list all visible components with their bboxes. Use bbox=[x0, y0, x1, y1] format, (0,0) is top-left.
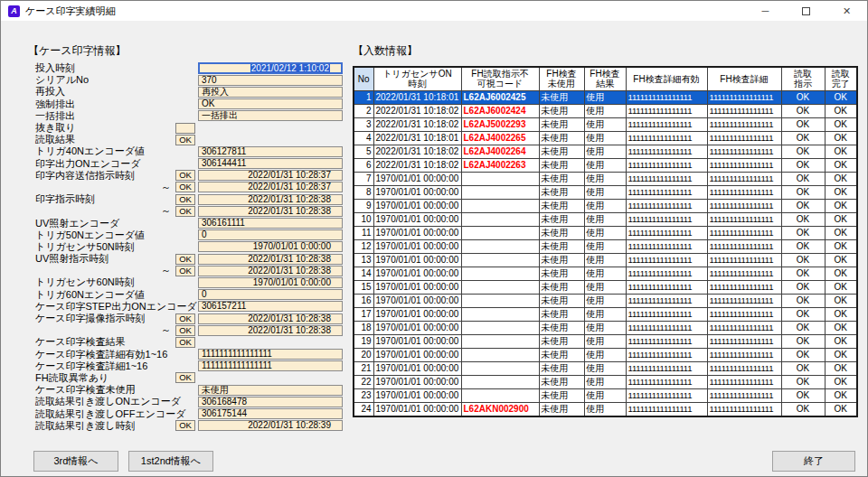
table-row[interactable]: 241970/01/01 00:00:00L62AKN002900未使用使用11… bbox=[354, 402, 857, 416]
cell-fh-result: 使用 bbox=[584, 158, 626, 172]
cell-fh-result: 使用 bbox=[584, 321, 626, 334]
cell-read-ok: OK bbox=[781, 226, 825, 239]
table-row[interactable]: 231970/01/01 00:00:00未使用使用11111111111111… bbox=[354, 388, 857, 402]
cell-fh-valid: 1111111111111111 bbox=[626, 212, 707, 226]
cell-read-ok: OK bbox=[781, 267, 825, 280]
field-value[interactable]: 306144411 bbox=[198, 158, 343, 169]
table-row[interactable]: 12022/01/31 10:18:01L62AJ6002425未使用使用111… bbox=[354, 90, 857, 104]
table-row[interactable]: 71970/01/01 00:00:00未使用使用111111111111111… bbox=[354, 172, 857, 185]
field-value[interactable]: 2022/01/31 10:28:38 bbox=[198, 254, 343, 265]
field-value[interactable]: 未使用 bbox=[198, 385, 343, 396]
field-row: ～OK2022/01/31 10:28:38 bbox=[35, 265, 346, 276]
field-value[interactable]: 2022/01/31 10:28:39 bbox=[198, 420, 343, 431]
table-body: 12022/01/31 10:18:01L62AJ6002425未使用使用111… bbox=[354, 90, 857, 416]
field-value[interactable]: 306161111 bbox=[198, 218, 343, 229]
table-row[interactable]: 191970/01/01 00:00:00未使用使用11111111111111… bbox=[354, 334, 857, 348]
table-row[interactable]: 121970/01/01 00:00:00未使用使用11111111111111… bbox=[354, 239, 857, 253]
minimize-button[interactable]: ─ bbox=[745, 1, 786, 21]
field-row: ケース印字STEP出力ONエンコーダ306157211 bbox=[35, 301, 346, 313]
field-value[interactable]: 2022/01/31 10:28:38 bbox=[198, 206, 343, 217]
table-row[interactable]: 91970/01/01 00:00:00未使用使用111111111111111… bbox=[354, 199, 857, 212]
field-value[interactable]: 一括排出 bbox=[198, 110, 343, 121]
field-value[interactable]: 2022/01/31 10:28:38 bbox=[198, 194, 343, 205]
to-1st2nd-info-button[interactable]: 1st2nd情報へ bbox=[128, 451, 213, 472]
table-row[interactable]: 161970/01/01 00:00:00未使用使用11111111111111… bbox=[354, 294, 857, 307]
cell-fh-detail: 1111111111111111 bbox=[707, 402, 781, 416]
range-tilde: ～ bbox=[155, 204, 175, 218]
cell-fh-unused: 未使用 bbox=[539, 90, 584, 104]
value-slot: 0 bbox=[198, 229, 346, 240]
cell-code: L62AKN002900 bbox=[461, 402, 539, 416]
cell-code bbox=[461, 253, 539, 267]
range-tilde: ～ bbox=[155, 181, 175, 194]
cell-time: 2022/01/31 10:18:02 bbox=[373, 158, 461, 172]
field-value[interactable]: 2021/02/12 1:10:02 bbox=[198, 62, 343, 74]
table-row[interactable]: 151970/01/01 00:00:00未使用使用11111111111111… bbox=[354, 280, 857, 294]
cell-time: 1970/01/01 00:00:00 bbox=[373, 348, 461, 361]
field-value[interactable]: 1111111111111111 bbox=[198, 349, 343, 360]
field-value[interactable]: 0 bbox=[198, 289, 343, 300]
field-value[interactable]: 1111111111111111 bbox=[198, 360, 343, 371]
table-row[interactable]: 101970/01/01 00:00:00未使用使用11111111111111… bbox=[354, 212, 857, 226]
to-3rd-info-button[interactable]: 3rd情報へ bbox=[33, 451, 118, 472]
exit-button[interactable]: 終了 bbox=[772, 451, 855, 472]
cell-no: 3 bbox=[354, 117, 373, 131]
field-value[interactable]: 2022/01/31 10:28:37 bbox=[198, 170, 343, 181]
table-row[interactable]: 22022/01/31 10:18:02L62AJ6002424未使用使用111… bbox=[354, 104, 857, 117]
maximize-button[interactable] bbox=[786, 1, 826, 21]
table-row[interactable]: 131970/01/01 00:00:00未使用使用11111111111111… bbox=[354, 253, 857, 267]
value-slot: 再投入 bbox=[198, 87, 346, 98]
cell-code bbox=[461, 212, 539, 226]
field-value[interactable]: 306157211 bbox=[198, 301, 343, 312]
field-value[interactable]: 306168478 bbox=[198, 397, 343, 407]
field-value[interactable]: 2022/01/31 10:28:38 bbox=[198, 313, 343, 324]
field-value[interactable]: 0 bbox=[198, 229, 343, 240]
cell-fh-detail: 1111111111111111 bbox=[707, 117, 781, 131]
table-row[interactable]: 52022/01/31 10:18:02L62AJ4002264未使用使用111… bbox=[354, 145, 857, 158]
field-value[interactable]: 2022/01/31 10:28:38 bbox=[198, 266, 343, 276]
field-value[interactable]: 2022/01/31 10:28:38 bbox=[198, 325, 343, 336]
table-row[interactable]: 181970/01/01 00:00:00未使用使用11111111111111… bbox=[354, 321, 857, 334]
field-value[interactable]: 306175144 bbox=[198, 408, 343, 419]
field-row: 再投入再投入 bbox=[35, 86, 346, 98]
field-value[interactable]: 306127811 bbox=[198, 146, 343, 157]
table-row[interactable]: 221970/01/01 00:00:00未使用使用11111111111111… bbox=[354, 375, 857, 388]
field-row: トリガセンサ60N時刻1970/01/01 0:00:00 bbox=[35, 276, 346, 288]
cell-no: 19 bbox=[354, 334, 373, 348]
cell-fh-valid: 1111111111111111 bbox=[626, 402, 707, 416]
field-value[interactable]: 再投入 bbox=[198, 87, 343, 98]
table-row[interactable]: 171970/01/01 00:00:00未使用使用11111111111111… bbox=[354, 307, 857, 321]
cell-no: 14 bbox=[354, 267, 373, 280]
table-row[interactable]: 81970/01/01 00:00:00未使用使用111111111111111… bbox=[354, 185, 857, 199]
table-row[interactable]: 111970/01/01 00:00:00未使用使用11111111111111… bbox=[354, 226, 857, 239]
cell-code bbox=[461, 375, 539, 388]
table-row[interactable]: 141970/01/01 00:00:00未使用使用11111111111111… bbox=[354, 267, 857, 280]
table-row[interactable]: 211970/01/01 00:00:00未使用使用11111111111111… bbox=[354, 361, 857, 375]
value-slot: 一括排出 bbox=[198, 110, 346, 121]
value-slot: 2021/02/12 1:10:02 bbox=[198, 62, 346, 74]
table-row[interactable]: 201970/01/01 00:00:00未使用使用11111111111111… bbox=[354, 348, 857, 361]
table-row[interactable]: 32022/01/31 10:18:02L62AJ5002293未使用使用111… bbox=[354, 117, 857, 131]
table-row[interactable]: 62022/01/31 10:18:02L62AJ4002263未使用使用111… bbox=[354, 158, 857, 172]
column-header: FH検査詳細有効 bbox=[626, 67, 707, 90]
cell-fh-valid: 1111111111111111 bbox=[626, 185, 707, 199]
table-row[interactable]: 42022/01/31 10:18:01L62AJ4002265未使用使用111… bbox=[354, 131, 857, 145]
cell-fh-unused: 未使用 bbox=[539, 104, 584, 117]
field-value[interactable]: 2022/01/31 10:28:37 bbox=[198, 182, 343, 192]
cell-no: 23 bbox=[354, 388, 373, 402]
cell-time: 1970/01/01 00:00:00 bbox=[373, 253, 461, 267]
cell-read-ok: OK bbox=[781, 361, 825, 375]
field-value[interactable]: OK bbox=[198, 98, 343, 109]
ok-indicator: OK bbox=[175, 420, 195, 431]
field-value[interactable]: 370 bbox=[198, 75, 343, 86]
cell-done-ok: OK bbox=[825, 294, 857, 307]
field-row: トリガ50Nエンコーダ値0 bbox=[35, 229, 346, 241]
cell-done-ok: OK bbox=[825, 104, 857, 117]
value-slot: 306144411 bbox=[198, 158, 346, 169]
field-value[interactable]: 1970/01/01 0:00:00 bbox=[198, 277, 343, 288]
cell-time: 1970/01/01 00:00:00 bbox=[373, 226, 461, 239]
close-button[interactable]: ✕ bbox=[826, 1, 867, 21]
cell-fh-valid: 1111111111111111 bbox=[626, 294, 707, 307]
ok-indicator: OK bbox=[175, 254, 195, 265]
field-value[interactable]: 1970/01/01 0:00:00 bbox=[198, 241, 343, 252]
